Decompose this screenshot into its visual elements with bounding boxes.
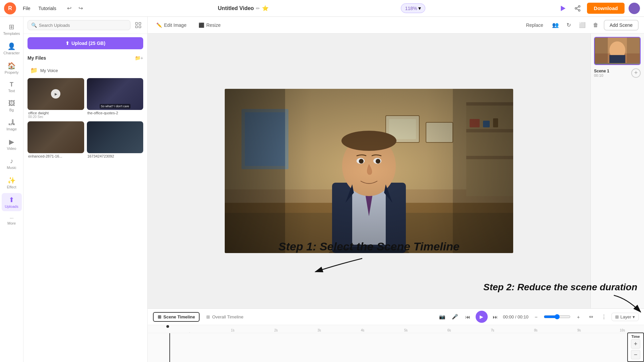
svg-rect-37 bbox=[225, 89, 285, 253]
svg-rect-12 bbox=[241, 109, 288, 169]
scene-1-thumb[interactable] bbox=[594, 37, 641, 65]
canvas-video[interactable] bbox=[225, 89, 513, 253]
playhead-needle bbox=[166, 325, 169, 328]
fit-button[interactable]: ⇔ bbox=[586, 312, 596, 322]
ruler-mark-10s: 10s bbox=[601, 328, 644, 332]
ruler-mark-7s: 7s bbox=[471, 328, 514, 332]
list-item[interactable]: office dwight 00:20 Sec bbox=[28, 78, 84, 119]
media-thumb-container-2[interactable]: So what? I don't care bbox=[87, 78, 144, 110]
sidebar-item-uploads[interactable]: ⬆ Uploads bbox=[2, 193, 22, 211]
toolbar-delete-icon[interactable]: 🗑 bbox=[590, 20, 601, 31]
zoom-slider[interactable] bbox=[544, 314, 571, 319]
templates-label: Templates bbox=[3, 32, 20, 36]
media-label-1: office dwight bbox=[28, 111, 84, 115]
text-label: Text bbox=[8, 89, 15, 93]
svg-marker-35 bbox=[345, 184, 354, 203]
overall-timeline-icon: ⊞ bbox=[206, 314, 210, 319]
timeline-ruler: 1s 2s 3s 4s 5s 6s 7s 8s 9s 10s bbox=[148, 325, 644, 333]
plus-zoom-button[interactable]: + bbox=[573, 312, 583, 322]
title-star-icon[interactable]: ⭐ bbox=[262, 5, 269, 11]
sidebar-item-music[interactable]: ♪ Music bbox=[2, 155, 22, 172]
sidebar-item-character[interactable]: 👤 Character bbox=[2, 40, 22, 58]
ruler-mark-1s: 1s bbox=[211, 328, 254, 332]
svg-rect-26 bbox=[332, 183, 406, 253]
ruler-mark-2s: 2s bbox=[254, 328, 298, 332]
sidebar-item-video[interactable]: ▶ Video bbox=[2, 135, 22, 153]
layer-select[interactable]: ⊞ Layer ▾ bbox=[611, 313, 639, 321]
my-files-title: My Files bbox=[28, 55, 46, 61]
uploads-label: Uploads bbox=[5, 204, 18, 208]
title-edit-icon[interactable]: ✏ bbox=[256, 6, 260, 11]
skip-back-button[interactable]: ⏮ bbox=[463, 312, 473, 322]
add-scene-circle-button[interactable]: + bbox=[631, 68, 641, 78]
toolbar-refresh-icon[interactable]: ↻ bbox=[564, 20, 574, 31]
bg-label: Bg bbox=[9, 108, 14, 112]
property-label: Property bbox=[5, 70, 19, 74]
time-decrease-button[interactable]: − bbox=[631, 350, 640, 359]
expand-button[interactable] bbox=[133, 20, 143, 30]
ruler-marks: 1s 2s 3s 4s 5s 6s 7s 8s 9s 10s bbox=[148, 325, 644, 333]
mic-button[interactable]: 🎤 bbox=[450, 312, 460, 322]
list-item[interactable]: 1673424723092 bbox=[87, 121, 144, 158]
layers-icon: ⊞ bbox=[615, 314, 619, 319]
sidebar-item-effect[interactable]: ✨ Effect bbox=[2, 174, 22, 192]
search-box[interactable]: 🔍 bbox=[28, 20, 130, 30]
share-button[interactable] bbox=[572, 3, 583, 14]
time-control-box: Time + − bbox=[627, 333, 644, 362]
media-thumb-container[interactable] bbox=[28, 78, 84, 110]
download-button[interactable]: Download bbox=[587, 3, 625, 14]
toolbar-people-icon[interactable]: 👥 bbox=[550, 20, 561, 31]
list-item[interactable]: So what? I don't care the-office-quotes-… bbox=[87, 78, 144, 119]
scene-timeline-button[interactable]: ⊞ Scene Timeline bbox=[153, 312, 200, 322]
folder-add-icon[interactable]: 📁+ bbox=[135, 55, 143, 61]
play-preview-button[interactable] bbox=[557, 3, 568, 14]
app-logo[interactable]: R bbox=[4, 2, 16, 14]
sidebar-item-property[interactable]: 🏠 Property bbox=[2, 59, 22, 77]
music-icon: ♪ bbox=[10, 157, 13, 165]
timeline-play-button[interactable]: ▶ bbox=[476, 311, 488, 323]
media-thumbnail-2: So what? I don't care bbox=[87, 78, 144, 110]
sidebar-item-templates[interactable]: ⊞ Templates bbox=[2, 20, 22, 38]
sidebar-item-image[interactable]: 🏞 Image bbox=[2, 116, 22, 134]
skip-end-button[interactable]: ⏭ bbox=[490, 312, 500, 322]
add-scene-button[interactable]: Add Scene bbox=[604, 20, 639, 31]
svg-point-2 bbox=[579, 9, 580, 11]
settings-button[interactable]: ⋮ bbox=[599, 312, 609, 322]
upload-button[interactable]: ⬆ Upload (25 GB) bbox=[28, 37, 143, 49]
effect-label: Effect bbox=[7, 185, 16, 189]
user-avatar[interactable] bbox=[629, 3, 640, 14]
scene-info: Scene 1 00:10 + bbox=[594, 67, 641, 79]
menu-tutorials[interactable]: Tutorials bbox=[35, 4, 60, 12]
ruler-mark-3s: 3s bbox=[298, 328, 341, 332]
time-increase-button[interactable]: + bbox=[631, 339, 640, 349]
svg-rect-14 bbox=[386, 116, 419, 142]
svg-rect-24 bbox=[225, 206, 513, 253]
minus-zoom-button[interactable]: − bbox=[531, 312, 541, 322]
zoom-control[interactable]: 118% ▾ bbox=[401, 3, 426, 13]
overall-timeline-button[interactable]: ⊞ Overall Timeline bbox=[202, 313, 247, 321]
replace-button[interactable]: Replace bbox=[522, 20, 547, 30]
edit-image-button[interactable]: ✏️ Edit Image bbox=[153, 20, 190, 30]
folder-my-voice[interactable]: 📁 My Voice bbox=[28, 65, 143, 76]
media-thumb-container-4[interactable] bbox=[87, 121, 144, 153]
sidebar-item-text[interactable]: T Text bbox=[2, 78, 22, 96]
editor-toolbar: ✏️ Edit Image ⬛ Resize Replace 👥 ↻ ⬜ 🗑 A… bbox=[148, 17, 644, 34]
media-thumbnail-1 bbox=[28, 78, 84, 110]
svg-rect-17 bbox=[466, 102, 513, 196]
media-thumb-container-3[interactable] bbox=[28, 121, 84, 153]
svg-rect-7 bbox=[139, 22, 141, 24]
sidebar-item-bg[interactable]: 🖼 Bg bbox=[2, 97, 22, 115]
svg-rect-19 bbox=[466, 129, 513, 132]
list-item[interactable]: enhanced-2871-16... bbox=[28, 121, 84, 158]
svg-rect-22 bbox=[483, 121, 490, 127]
menu-file[interactable]: File bbox=[19, 4, 34, 12]
camera-button[interactable]: 📷 bbox=[437, 312, 447, 322]
search-input[interactable] bbox=[39, 23, 127, 28]
redo-button[interactable]: ↪ bbox=[76, 3, 86, 13]
sidebar-item-more[interactable]: ··· More bbox=[2, 213, 22, 228]
toolbar-split-icon[interactable]: ⬜ bbox=[577, 20, 588, 31]
resize-button[interactable]: ⬛ Resize bbox=[195, 20, 224, 30]
svg-rect-15 bbox=[389, 119, 416, 139]
svg-point-34 bbox=[376, 159, 380, 164]
undo-button[interactable]: ↩ bbox=[64, 3, 74, 13]
